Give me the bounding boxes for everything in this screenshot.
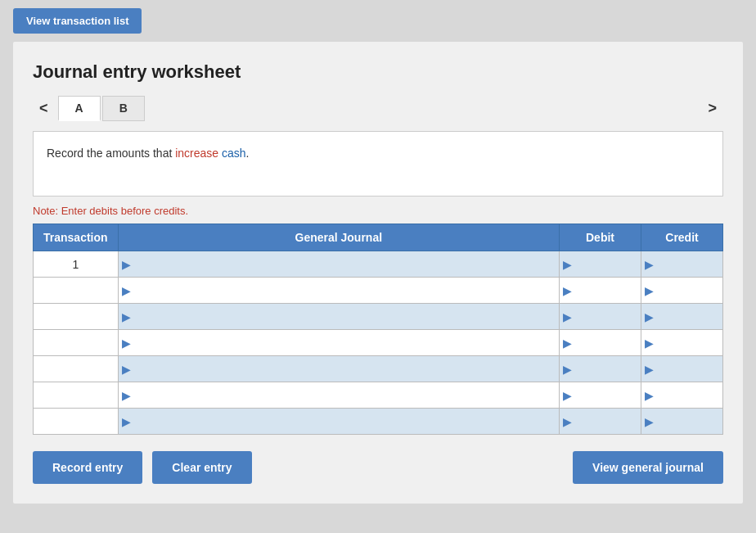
transaction-cell-1: 1	[34, 251, 119, 278]
debit-arrow-4: ▶	[563, 337, 572, 350]
debit-cell-2[interactable]: ▶	[560, 278, 641, 304]
credit-cell-3[interactable]: ▶	[641, 304, 723, 330]
transaction-cell-2	[34, 278, 119, 304]
tab-a[interactable]: A	[58, 96, 101, 121]
debit-input-1[interactable]	[574, 258, 637, 270]
debit-arrow-7: ▶	[563, 415, 572, 428]
table-row: 1 ▶ ▶ ▶	[34, 251, 723, 278]
credit-arrow-4: ▶	[645, 337, 654, 350]
debit-input-4[interactable]	[574, 337, 637, 349]
general-journal-cell-3[interactable]: ▶	[118, 304, 559, 330]
credit-input-3[interactable]	[655, 310, 719, 323]
debit-arrow-3: ▶	[563, 310, 572, 323]
tabs-container: A B	[58, 96, 720, 121]
col-header-debit: Debit	[560, 224, 641, 251]
credit-input-2[interactable]	[655, 284, 719, 296]
journal-input-2[interactable]	[133, 284, 556, 296]
table-row: ▶ ▶ ▶	[34, 382, 723, 409]
instruction-text-before: Record the amounts that	[47, 147, 175, 160]
general-journal-cell-7[interactable]: ▶	[118, 409, 559, 435]
general-journal-cell-5[interactable]: ▶	[118, 356, 559, 382]
arrow-icon-3: ▶	[122, 310, 131, 323]
journal-input-5[interactable]	[133, 363, 556, 375]
credit-cell-6[interactable]: ▶	[641, 382, 723, 409]
credit-arrow-3: ▶	[645, 310, 654, 323]
col-header-transaction: Transaction	[34, 224, 119, 251]
credit-arrow-1: ▶	[645, 258, 654, 271]
debit-arrow-1: ▶	[563, 258, 572, 271]
general-journal-cell-1[interactable]: ▶	[118, 251, 559, 278]
top-bar: View transaction list	[0, 0, 756, 42]
credit-input-6[interactable]	[655, 389, 719, 401]
worksheet-title: Journal entry worksheet	[33, 61, 723, 83]
view-transaction-button[interactable]: View transaction list	[13, 8, 142, 34]
instruction-highlight-cash: cash	[222, 147, 246, 160]
general-journal-cell-2[interactable]: ▶	[118, 278, 559, 304]
view-general-journal-button[interactable]: View general journal	[573, 451, 723, 484]
transaction-cell-5	[34, 356, 119, 382]
debit-cell-1[interactable]: ▶	[560, 251, 641, 278]
tab-b[interactable]: B	[102, 96, 145, 121]
credit-input-5[interactable]	[655, 363, 719, 375]
tab-next-button[interactable]: >	[701, 97, 723, 120]
note-text: Note: Enter debits before credits.	[33, 205, 723, 217]
debit-cell-6[interactable]: ▶	[560, 382, 641, 409]
credit-input-7[interactable]	[655, 415, 719, 427]
credit-input-1[interactable]	[655, 258, 719, 270]
debit-input-3[interactable]	[574, 310, 637, 323]
credit-arrow-2: ▶	[645, 284, 654, 297]
bottom-buttons: Record entry Clear entry View general jo…	[33, 451, 723, 484]
debit-cell-5[interactable]: ▶	[560, 356, 641, 382]
debit-arrow-5: ▶	[563, 363, 572, 376]
debit-cell-7[interactable]: ▶	[560, 409, 641, 435]
credit-arrow-6: ▶	[645, 389, 654, 402]
credit-cell-7[interactable]: ▶	[641, 409, 723, 435]
clear-entry-button[interactable]: Clear entry	[152, 451, 251, 484]
debit-arrow-6: ▶	[563, 389, 572, 402]
table-row: ▶ ▶ ▶	[34, 304, 723, 330]
arrow-icon-5: ▶	[122, 363, 131, 376]
table-row: ▶ ▶ ▶	[34, 330, 723, 356]
journal-input-6[interactable]	[133, 389, 556, 401]
arrow-icon-6: ▶	[122, 389, 131, 402]
instruction-box: Record the amounts that increase cash.	[33, 131, 723, 196]
main-container: Journal entry worksheet < A B > Record t…	[13, 42, 743, 504]
col-header-credit: Credit	[641, 224, 723, 251]
transaction-cell-7	[34, 409, 119, 435]
transaction-cell-4	[34, 330, 119, 356]
table-row: ▶ ▶ ▶	[34, 356, 723, 382]
table-row: ▶ ▶ ▶	[34, 409, 723, 435]
instruction-highlight-increase: increase	[175, 147, 218, 160]
transaction-cell-3	[34, 304, 119, 330]
credit-arrow-7: ▶	[645, 415, 654, 428]
journal-input-4[interactable]	[133, 337, 556, 349]
record-entry-button[interactable]: Record entry	[33, 451, 142, 484]
credit-input-4[interactable]	[655, 337, 719, 349]
debit-input-2[interactable]	[574, 284, 637, 296]
instruction-text-after: .	[246, 147, 250, 160]
credit-cell-2[interactable]: ▶	[641, 278, 723, 304]
debit-cell-3[interactable]: ▶	[560, 304, 641, 330]
debit-input-5[interactable]	[574, 363, 637, 375]
journal-input-1[interactable]	[133, 258, 556, 270]
tabs-row: < A B >	[33, 96, 723, 121]
credit-cell-5[interactable]: ▶	[641, 356, 723, 382]
journal-input-3[interactable]	[133, 310, 556, 323]
general-journal-cell-6[interactable]: ▶	[118, 382, 559, 409]
journal-input-7[interactable]	[133, 415, 556, 427]
credit-arrow-5: ▶	[645, 363, 654, 376]
credit-cell-1[interactable]: ▶	[641, 251, 723, 278]
table-row: ▶ ▶ ▶	[34, 278, 723, 304]
credit-cell-4[interactable]: ▶	[641, 330, 723, 356]
arrow-icon-4: ▶	[122, 337, 131, 350]
arrow-icon-2: ▶	[122, 284, 131, 297]
debit-input-6[interactable]	[574, 389, 637, 401]
general-journal-cell-4[interactable]: ▶	[118, 330, 559, 356]
debit-cell-4[interactable]: ▶	[560, 330, 641, 356]
debit-input-7[interactable]	[574, 415, 637, 427]
journal-table: Transaction General Journal Debit Credit…	[33, 224, 723, 435]
arrow-icon-7: ▶	[122, 415, 131, 428]
transaction-cell-6	[34, 382, 119, 409]
tab-prev-button[interactable]: <	[33, 97, 55, 120]
col-header-journal: General Journal	[118, 224, 559, 251]
